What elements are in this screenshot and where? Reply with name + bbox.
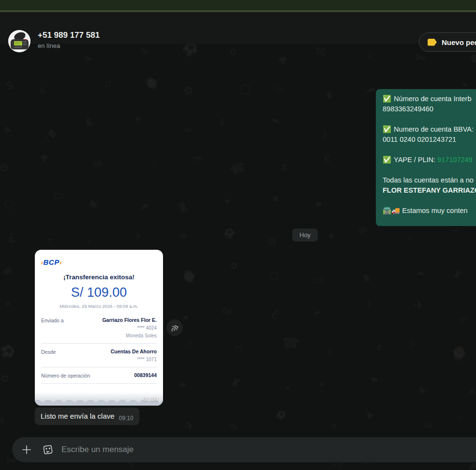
account-number-interbank: 8983363249460 xyxy=(383,104,476,114)
currency: Moneda Soles xyxy=(102,333,157,338)
date-divider: Hoy xyxy=(292,228,318,242)
window-titlebar xyxy=(0,0,476,10)
contact-name[interactable]: +51 989 177 581 xyxy=(38,30,100,40)
account-number-bbva: 0011 0240 0201243721 xyxy=(383,135,476,145)
check-emoji: ✅ xyxy=(383,95,391,103)
source-account-type: Cuentas De Ahorro xyxy=(111,349,157,354)
account-line-bbva: ✅Numero de cuenta BBVA: xyxy=(383,124,476,135)
new-order-button-label: Nuevo pedi xyxy=(442,38,476,46)
road-truck-emojis: 🛣️🚚 xyxy=(383,207,400,214)
receipt-row-operation: Número de operación 00839144 xyxy=(41,372,157,379)
message-timestamp: 09:09 xyxy=(143,396,158,403)
owner-name: FLOR ESTEFANY GARRIAZO xyxy=(383,186,476,194)
tag-icon xyxy=(428,39,437,46)
chat-area: ☂♪✈☕⚽⚙♥✉☼✂☎$€♫⌚✿◯▭♞☁♜✦♣⚑☯♠∞£☂♪✈☕⚽⚙♥✉☼✂☎$… xyxy=(0,44,476,470)
recipient-account: **** 4024 xyxy=(102,325,157,331)
closing-line: 🛣️🚚 Estamos muy conten xyxy=(383,206,476,216)
forward-arrow-icon xyxy=(169,322,180,334)
receipt-detail-rows: Enviado a Garriazo Flores Flor E. **** 4… xyxy=(35,317,163,384)
forward-message-button[interactable] xyxy=(166,319,183,336)
message-input[interactable] xyxy=(61,445,476,455)
recipient-name: Garriazo Flores Flor E. xyxy=(102,317,157,323)
whatsapp-window: +51 989 177 581 en línea Nuevo pedi ☂♪✈☕… xyxy=(0,0,476,470)
check-emoji: ✅ xyxy=(383,156,391,164)
operation-number: 00839144 xyxy=(134,372,157,378)
owner-name-line: Todas las cuentas están a no FLOR ESTEFA… xyxy=(383,175,476,196)
emoji-button[interactable] xyxy=(37,439,59,460)
message-composer xyxy=(12,437,476,462)
receipt-row-sent-to: Enviado a Garriazo Flores Flor E. **** 4… xyxy=(41,317,157,338)
new-order-button[interactable]: Nuevo pedi xyxy=(419,32,476,52)
divider xyxy=(41,383,157,384)
bcp-logo: ›BCP› xyxy=(41,258,163,266)
plus-icon xyxy=(21,444,32,455)
divider xyxy=(41,343,157,344)
message-text: Listo me envía la clave xyxy=(41,412,115,420)
radio-device-avatar-image xyxy=(8,30,30,52)
receipt-amount: S/ 109.00 xyxy=(35,285,163,300)
source-account: **** 1071 xyxy=(111,357,157,362)
receipt-title: ¡Transferencia exitosa! xyxy=(35,273,163,281)
receipt-row-from: Desde Cuentas De Ahorro **** 1071 xyxy=(41,349,157,362)
attach-button[interactable] xyxy=(16,439,37,460)
message-timestamp: 09:10 xyxy=(119,415,134,422)
receipt-datetime: Miércoles, 25 Marzo 2026 - 09:09 a.m. xyxy=(35,303,163,309)
divider xyxy=(41,367,157,367)
sticker-emoji-icon xyxy=(42,443,54,456)
contact-status: en línea xyxy=(38,42,60,49)
outgoing-account-message[interactable]: ✅Número de cuenta Interb 8983363249460 ✅… xyxy=(376,89,476,226)
chat-header: +51 989 177 581 en línea Nuevo pedi xyxy=(0,12,476,44)
account-line-interbank: ✅Número de cuenta Interb xyxy=(383,94,476,104)
account-line-yape: ✅YAPE / PLIN: 917107249 xyxy=(383,155,476,165)
receipt-image-message[interactable]: ›BCP› ¡Transferencia exitosa! S/ 109.00 … xyxy=(35,250,163,406)
check-emoji: ✅ xyxy=(383,125,391,133)
phone-number-link[interactable]: 917107249 xyxy=(437,156,473,164)
contact-avatar[interactable] xyxy=(8,30,30,52)
incoming-text-message[interactable]: Listo me envía la clave09:10 xyxy=(35,408,139,425)
